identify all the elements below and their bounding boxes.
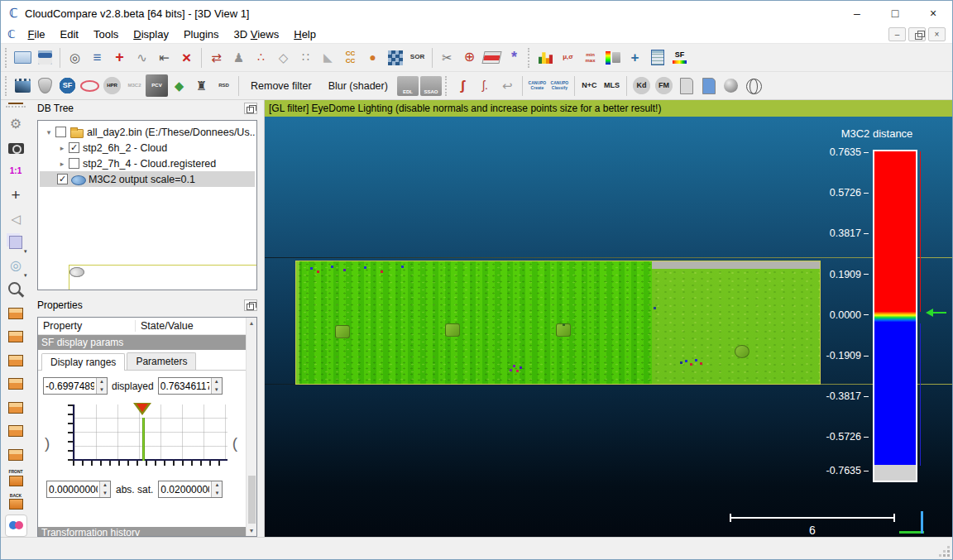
- range-min-spinbox[interactable]: ▲▼: [43, 377, 108, 395]
- tree-expand-icon[interactable]: ▸: [56, 144, 68, 152]
- sat-min-input[interactable]: [47, 481, 99, 497]
- pcv-icon[interactable]: PCV: [146, 74, 168, 97]
- sf-add-icon[interactable]: +: [624, 46, 646, 69]
- mdi-close-icon[interactable]: ×: [928, 27, 946, 41]
- poisson-recon-icon[interactable]: ʃ: [452, 74, 474, 97]
- view-right-icon[interactable]: [5, 443, 27, 466]
- delete-icon[interactable]: ×: [175, 46, 198, 69]
- open-icon[interactable]: [12, 46, 34, 69]
- front-view-icon[interactable]: FRONT: [5, 467, 27, 490]
- canupo-create-icon[interactable]: CANUPO Create: [526, 74, 548, 97]
- tree-item[interactable]: ▸✓stp2_6h_2 - Cloud: [40, 140, 255, 156]
- m3c2-icon[interactable]: M3C2: [123, 74, 146, 97]
- sample-points-icon[interactable]: ∷: [295, 46, 317, 69]
- animation-icon[interactable]: [12, 74, 34, 97]
- tab-display-ranges[interactable]: Display ranges: [41, 353, 125, 371]
- undo-box-icon[interactable]: ↩: [496, 74, 519, 97]
- zoom-1-1-icon[interactable]: 1:1: [5, 160, 27, 183]
- tree-item-checkbox[interactable]: ✓: [69, 142, 79, 153]
- sf-color-scale-icon[interactable]: SF: [668, 46, 691, 69]
- close-button[interactable]: ×: [914, 1, 952, 26]
- minimize-button[interactable]: –: [838, 1, 876, 26]
- properties-scrollbar[interactable]: ▴ ▾: [246, 318, 256, 536]
- tree-expand-icon[interactable]: ▸: [56, 160, 68, 168]
- point-pair-align-icon[interactable]: *: [503, 46, 525, 69]
- resize-grip[interactable]: [947, 554, 950, 557]
- tree-item-checkbox[interactable]: [69, 158, 79, 169]
- view-front-cube-icon[interactable]: [5, 373, 27, 395]
- sat-min-spinbox[interactable]: ▲▼: [46, 481, 111, 498]
- display-options-icon[interactable]: ≡: [86, 46, 108, 69]
- clone-icon[interactable]: ⇄: [205, 46, 227, 69]
- goto-origin-icon[interactable]: ⇤: [153, 46, 175, 69]
- range-min-input[interactable]: [44, 378, 96, 394]
- properties-float-icon[interactable]: [244, 299, 257, 311]
- sf-delete-icon[interactable]: [601, 46, 624, 69]
- pick-rotation-center-icon[interactable]: ◎: [64, 46, 86, 69]
- ellipser-icon[interactable]: [79, 74, 101, 97]
- db-tree-panel[interactable]: ▾all_day2.bin (E:/These/Donnees/Us...▸✓s…: [37, 120, 257, 290]
- scroll-up-icon[interactable]: ▴: [250, 318, 253, 328]
- mls-icon[interactable]: MLS: [601, 74, 623, 97]
- 3d-scene[interactable]: M3C2 distance 0.76350.57260.38170.19090.…: [265, 117, 952, 537]
- kd-icon[interactable]: Kd: [630, 74, 653, 97]
- sf-gaussian-filter-icon[interactable]: μ,σ: [557, 46, 579, 69]
- closest-point-set-icon[interactable]: [384, 46, 406, 69]
- zoom-fit-icon[interactable]: +: [5, 184, 27, 207]
- scroll-down-icon[interactable]: ▾: [250, 525, 253, 536]
- screenshot-icon[interactable]: [5, 137, 27, 160]
- sat-max-spin-arrows[interactable]: ▲▼: [211, 481, 222, 497]
- clip-box-icon[interactable]: [481, 46, 503, 69]
- perspective-cube-icon[interactable]: [5, 232, 27, 254]
- sf-histogram-widget[interactable]: [45, 401, 239, 474]
- cork-robot-icon[interactable]: ♜: [190, 74, 213, 97]
- range-max-spin-arrows[interactable]: ▲▼: [211, 378, 222, 394]
- pivot-rotate-icon[interactable]: ◁: [5, 208, 27, 230]
- ssao-button[interactable]: SSAO: [420, 76, 442, 96]
- sat-max-spinbox[interactable]: ▲▼: [158, 481, 223, 498]
- view-top-icon[interactable]: [5, 326, 27, 348]
- menu-tools[interactable]: Tools: [86, 26, 126, 42]
- tree-item[interactable]: ✓M3C2 output scale=0.1: [40, 171, 255, 187]
- csv-file-icon[interactable]: CSV: [697, 74, 720, 97]
- menu-file[interactable]: File: [21, 26, 53, 42]
- remove-filter-button[interactable]: Remove filter: [242, 76, 320, 96]
- edl-button[interactable]: EDL: [397, 76, 419, 96]
- npc-icon[interactable]: N+C: [578, 74, 601, 97]
- back-view-icon[interactable]: BACK: [5, 491, 27, 513]
- subsample-icon[interactable]: ♟: [227, 46, 250, 69]
- menu-plugins[interactable]: Plugins: [176, 26, 227, 42]
- hpr-icon[interactable]: HPR: [101, 74, 123, 97]
- fm-icon[interactable]: FM: [653, 74, 675, 97]
- sat-min-spin-arrows[interactable]: ▲▼: [99, 481, 110, 497]
- histogram-left-handle[interactable]: [45, 434, 50, 452]
- menu-display[interactable]: Display: [126, 26, 176, 42]
- sf-histogram-icon[interactable]: [534, 46, 557, 69]
- blur-shader-button[interactable]: Blur (shader): [320, 76, 396, 96]
- canupo-classify-icon[interactable]: CANUPO Classify: [548, 74, 571, 97]
- zoom-icon[interactable]: [5, 279, 27, 301]
- shp-file-icon[interactable]: SHP: [675, 74, 697, 97]
- cloud-mesh-distance-icon[interactable]: ●: [362, 46, 384, 69]
- rasterize-icon[interactable]: ◣: [317, 46, 339, 69]
- menu-help[interactable]: Help: [286, 26, 323, 42]
- point-picking-icon[interactable]: +: [108, 46, 131, 69]
- mdi-minimize-icon[interactable]: –: [888, 27, 906, 41]
- sphere-icon[interactable]: [720, 74, 742, 97]
- segment-scissors-icon[interactable]: ✂: [436, 46, 458, 69]
- facets-icon[interactable]: ◆: [168, 74, 190, 97]
- cloud-cloud-distance-icon[interactable]: CC CC: [339, 46, 362, 69]
- range-min-spin-arrows[interactable]: ▲▼: [96, 378, 107, 394]
- tree-item-checkbox[interactable]: ✓: [57, 174, 68, 184]
- view-left-icon[interactable]: [5, 420, 27, 443]
- rotation-sphere-icon[interactable]: ◎: [5, 255, 27, 277]
- config-tools-icon[interactable]: ⚙: [5, 113, 27, 136]
- tree-item-checkbox[interactable]: [55, 127, 66, 137]
- classify-icon[interactable]: ʃ.: [474, 74, 496, 97]
- sor-filter-icon[interactable]: SOR: [406, 46, 429, 69]
- tree-expand-icon[interactable]: ▾: [43, 128, 55, 136]
- menu-edit[interactable]: Edit: [53, 26, 86, 42]
- rsd-icon[interactable]: RSD: [213, 74, 235, 97]
- view-bottom-icon[interactable]: [5, 349, 27, 371]
- range-max-spinbox[interactable]: ▲▼: [158, 377, 223, 395]
